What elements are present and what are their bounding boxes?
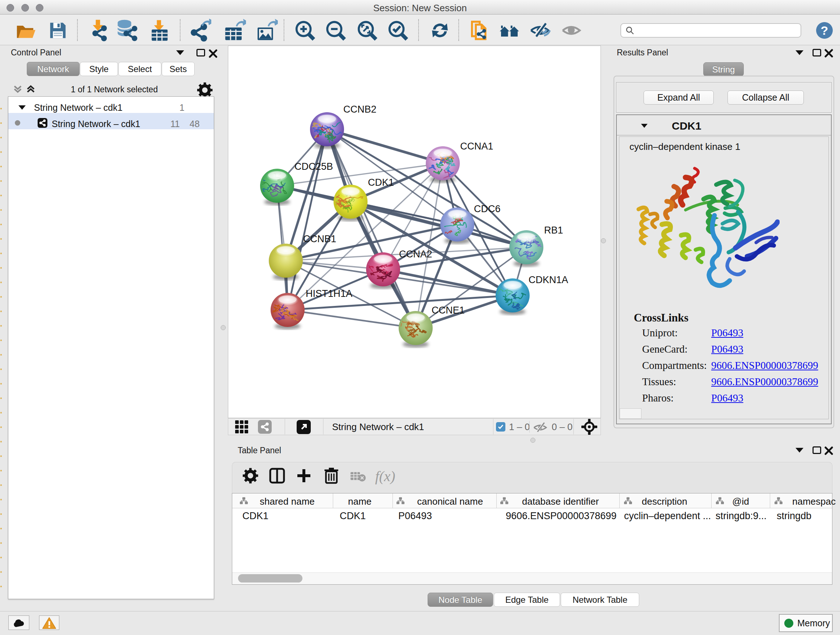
svg-text:HIST1H1A: HIST1H1A [306, 288, 352, 299]
svg-text:CCNA1: CCNA1 [460, 141, 493, 152]
svg-text:CCNA2: CCNA2 [399, 249, 432, 260]
svg-text:CCNE1: CCNE1 [431, 305, 465, 316]
svg-text:CDK1: CDK1 [368, 177, 394, 188]
svg-text:RB1: RB1 [544, 225, 563, 236]
svg-text:CDKN1A: CDKN1A [529, 274, 568, 285]
svg-text:CCNB2: CCNB2 [343, 104, 377, 115]
svg-text:CDC25B: CDC25B [294, 161, 333, 172]
svg-text:CCNB1: CCNB1 [303, 233, 336, 244]
svg-text:CDC6: CDC6 [474, 203, 501, 214]
